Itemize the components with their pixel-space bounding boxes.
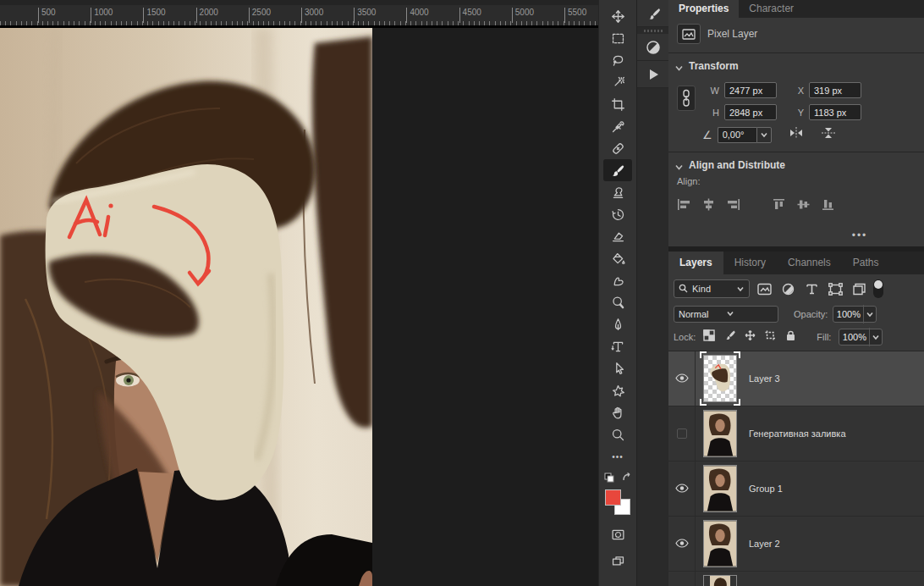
align-center-horizontal-button[interactable]: [701, 198, 716, 214]
filter-adjustment-layers-icon[interactable]: [778, 280, 797, 297]
y-field[interactable]: [809, 104, 861, 120]
type-tool[interactable]: [603, 335, 632, 357]
blend-mode-dropdown[interactable]: Normal: [674, 306, 778, 323]
lock-all-icon[interactable]: [784, 329, 797, 345]
pixel-layer-icon: [677, 24, 701, 44]
actions-panel-icon[interactable]: [637, 61, 669, 88]
layer-name[interactable]: Layer 2: [749, 539, 780, 549]
brush-settings-panel-icon[interactable]: [637, 0, 669, 27]
layer-row-layer-3[interactable]: Layer 3: [668, 351, 924, 406]
panel-grip[interactable]: [637, 27, 668, 34]
clone-stamp-tool[interactable]: [603, 181, 632, 203]
opacity-field[interactable]: 100%: [833, 306, 877, 323]
pen-tool[interactable]: [603, 313, 632, 335]
filter-type-layers-icon[interactable]: [802, 280, 821, 297]
magic-wand-tool[interactable]: [603, 71, 632, 93]
move-tool[interactable]: [603, 5, 632, 27]
zoom-tool[interactable]: [603, 423, 632, 445]
chevron-down-icon: [675, 63, 683, 70]
layer-name[interactable]: Group 1: [749, 484, 783, 494]
screen-mode-button[interactable]: [603, 550, 632, 572]
lasso-tool[interactable]: [603, 49, 632, 71]
flip-vertical-button[interactable]: [821, 126, 836, 143]
path-select-tool[interactable]: [603, 357, 632, 379]
layer-name[interactable]: Layer 3: [749, 373, 780, 384]
x-field[interactable]: [809, 82, 861, 98]
align-right-button[interactable]: [726, 198, 740, 214]
gradient-panel-icon[interactable]: [637, 34, 669, 61]
layer-thumbnail[interactable]: [703, 575, 737, 586]
filter-kind-dropdown[interactable]: Kind: [674, 279, 750, 298]
toolbar-more-button[interactable]: •••: [603, 445, 632, 467]
visibility-toggle[interactable]: [668, 406, 696, 461]
layer-thumbnail[interactable]: [703, 410, 737, 457]
tab-properties[interactable]: Properties: [668, 0, 739, 18]
y-label: Y: [794, 108, 804, 118]
height-field[interactable]: [724, 104, 777, 120]
swap-colors-icon[interactable]: [621, 471, 632, 486]
paint-bucket-tool[interactable]: [603, 247, 632, 269]
filter-smart-objects-icon[interactable]: [850, 280, 868, 297]
lock-artboard-icon[interactable]: [764, 329, 777, 345]
lock-position-icon[interactable]: [744, 329, 756, 345]
crop-tool[interactable]: [603, 93, 632, 115]
align-bottom-button[interactable]: [822, 198, 836, 214]
filter-toggle-switch[interactable]: [873, 279, 883, 298]
visibility-toggle[interactable]: [668, 517, 696, 571]
document-canvas[interactable]: Ai: [0, 28, 372, 586]
dodge-tool[interactable]: [603, 291, 632, 313]
rotation-field[interactable]: [718, 127, 756, 143]
align-center-vertical-button[interactable]: [797, 198, 811, 214]
x-label: X: [794, 86, 804, 96]
fill-label: Fill:: [817, 332, 831, 342]
ruler-minor-ticks: [0, 21, 598, 25]
filter-pixel-layers-icon[interactable]: [755, 280, 773, 297]
marquee-tool[interactable]: [603, 27, 632, 49]
smudge-tool[interactable]: [603, 269, 632, 291]
eyedropper-tool[interactable]: [603, 115, 632, 137]
lock-transparency-icon[interactable]: [703, 329, 716, 345]
tab-layers[interactable]: Layers: [668, 252, 723, 274]
layer-row-group-1[interactable]: Group 1: [668, 462, 924, 517]
tab-channels[interactable]: Channels: [777, 252, 842, 274]
angle-icon: ∠: [702, 129, 712, 141]
lock-pixels-icon[interactable]: [723, 329, 736, 345]
visibility-toggle[interactable]: [668, 462, 696, 516]
w-label: W: [709, 86, 719, 96]
align-section-header[interactable]: Align and Distribute: [668, 152, 924, 176]
history-brush-tool[interactable]: [603, 203, 632, 225]
eraser-tool[interactable]: [603, 225, 632, 247]
layer-row-generative-fill[interactable]: Генеративная заливка: [668, 406, 924, 462]
layer-name[interactable]: Генеративная заливка: [749, 428, 846, 439]
foreground-color-swatch[interactable]: [605, 489, 621, 506]
brush-tool[interactable]: [603, 159, 632, 181]
default-colors-icon[interactable]: [604, 471, 614, 486]
layer-row-partial[interactable]: [668, 572, 924, 586]
link-dimensions-button[interactable]: [677, 86, 696, 111]
rotation-dropdown-button[interactable]: [756, 127, 772, 143]
properties-tabbar: Properties Character: [668, 0, 924, 18]
tab-history[interactable]: History: [723, 252, 777, 274]
color-swatches[interactable]: [603, 488, 632, 517]
flip-horizontal-button[interactable]: [789, 126, 804, 143]
transform-section-header[interactable]: Transform: [668, 53, 924, 77]
layer-thumbnail[interactable]: [703, 520, 737, 567]
tab-character[interactable]: Character: [739, 0, 804, 18]
layer-row-layer-2[interactable]: Layer 2: [668, 517, 924, 572]
tab-paths[interactable]: Paths: [842, 252, 890, 274]
hand-tool[interactable]: [603, 401, 632, 423]
custom-shape-tool[interactable]: [603, 379, 632, 401]
width-field[interactable]: [724, 82, 777, 98]
align-top-button[interactable]: [773, 198, 787, 214]
horizontal-ruler[interactable]: 5001000150020002500300035004000450050005…: [0, 0, 598, 28]
fill-field[interactable]: 100%: [839, 329, 883, 346]
opacity-label: Opacity:: [794, 309, 828, 319]
layer-thumbnail[interactable]: [703, 355, 737, 402]
quick-mask-button[interactable]: [603, 523, 632, 545]
healing-brush-tool[interactable]: [603, 137, 632, 159]
align-more-button[interactable]: •••: [668, 218, 924, 246]
layer-thumbnail[interactable]: [703, 465, 737, 512]
filter-shape-layers-icon[interactable]: [826, 280, 844, 297]
align-left-button[interactable]: [677, 198, 691, 214]
visibility-toggle[interactable]: [668, 351, 696, 406]
